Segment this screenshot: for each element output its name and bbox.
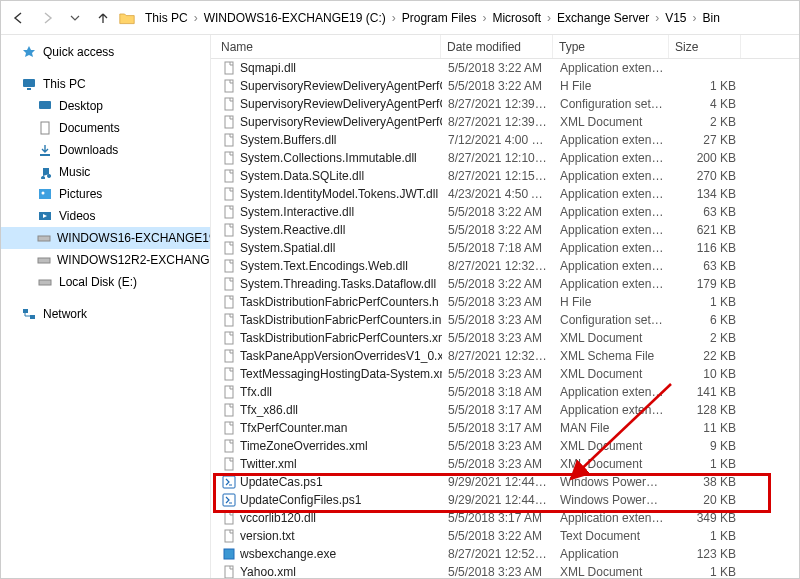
- file-name: System.Interactive.dll: [240, 205, 354, 219]
- file-row[interactable]: UpdateConfigFiles.ps19/29/2021 12:44 PMW…: [211, 491, 799, 509]
- file-name: System.Spatial.dll: [240, 241, 335, 255]
- file-row[interactable]: System.Buffers.dll7/12/2021 4:00 PMAppli…: [211, 131, 799, 149]
- up-button[interactable]: [91, 6, 115, 30]
- crumb-0[interactable]: This PC: [143, 8, 190, 28]
- file-row[interactable]: TfxPerfCounter.man5/5/2018 3:17 AMMAN Fi…: [211, 419, 799, 437]
- column-size[interactable]: Size: [669, 35, 741, 58]
- file-row[interactable]: UpdateCas.ps19/29/2021 12:44 PMWindows P…: [211, 473, 799, 491]
- file-type: XML Document: [554, 115, 670, 129]
- file-row[interactable]: System.Text.Encodings.Web.dll8/27/2021 1…: [211, 257, 799, 275]
- file-row[interactable]: Twitter.xml5/5/2018 3:23 AMXML Document1…: [211, 455, 799, 473]
- file-row[interactable]: TimeZoneOverrides.xml5/5/2018 3:23 AMXML…: [211, 437, 799, 455]
- music-item[interactable]: Music: [1, 161, 210, 183]
- svg-rect-21: [225, 170, 233, 182]
- svg-rect-13: [23, 309, 28, 313]
- file-size: 141 KB: [670, 385, 742, 399]
- file-row[interactable]: wsbexchange.exe8/27/2021 12:52 PMApplica…: [211, 545, 799, 563]
- svg-rect-41: [225, 530, 233, 542]
- file-row[interactable]: System.Collections.Immutable.dll8/27/202…: [211, 149, 799, 167]
- file-type: Application extens...: [554, 385, 670, 399]
- nav-label: Pictures: [59, 187, 102, 201]
- file-row[interactable]: System.Spatial.dll5/5/2018 7:18 AMApplic…: [211, 239, 799, 257]
- svg-rect-6: [39, 189, 51, 199]
- file-row[interactable]: Tfx.dll5/5/2018 3:18 AMApplication exten…: [211, 383, 799, 401]
- file-row[interactable]: Yahoo.xml5/5/2018 3:23 AMXML Document1 K…: [211, 563, 799, 578]
- svg-rect-31: [225, 350, 233, 362]
- file-type: Application extens...: [554, 223, 670, 237]
- file-row[interactable]: TaskDistributionFabricPerfCounters.xml5/…: [211, 329, 799, 347]
- forward-button[interactable]: [35, 6, 59, 30]
- file-date: 8/27/2021 12:52 PM: [442, 547, 554, 561]
- file-icon: [222, 421, 236, 435]
- crumb-5[interactable]: V15: [663, 8, 688, 28]
- svg-rect-43: [225, 566, 233, 578]
- file-row[interactable]: System.IdentityModel.Tokens.JWT.dll4/23/…: [211, 185, 799, 203]
- file-name: System.Data.SQLite.dll: [240, 169, 364, 183]
- downloads-item[interactable]: Downloads: [1, 139, 210, 161]
- file-row[interactable]: TaskDistributionFabricPerfCounters.ini5/…: [211, 311, 799, 329]
- crumb-1[interactable]: WINDOWS16-EXCHANGE19 (C:): [202, 8, 388, 28]
- crumb-4[interactable]: Exchange Server: [555, 8, 651, 28]
- file-row[interactable]: System.Data.SQLite.dll8/27/2021 12:15 PM…: [211, 167, 799, 185]
- file-icon: [222, 79, 236, 93]
- file-row[interactable]: TaskPaneAppVersionOverridesV1_0.xsd8/27/…: [211, 347, 799, 365]
- drive-c-item[interactable]: WINDOWS16-EXCHANGE19 (C:): [1, 227, 210, 249]
- file-row[interactable]: System.Threading.Tasks.Dataflow.dll5/5/2…: [211, 275, 799, 293]
- file-icon: [222, 529, 236, 543]
- file-size: 22 KB: [670, 349, 742, 363]
- drive-e-item[interactable]: Local Disk (E:): [1, 271, 210, 293]
- file-row[interactable]: TextMessagingHostingData-System.xml5/5/2…: [211, 365, 799, 383]
- file-icon: [222, 241, 236, 255]
- file-row[interactable]: SupervisoryReviewDeliveryAgentPerfCou...…: [211, 77, 799, 95]
- desktop-item[interactable]: Desktop: [1, 95, 210, 117]
- file-size: 1 KB: [670, 295, 742, 309]
- file-icon: [222, 133, 236, 147]
- file-row[interactable]: TaskDistributionFabricPerfCounters.h5/5/…: [211, 293, 799, 311]
- column-name[interactable]: Name: [215, 35, 441, 58]
- videos-icon: [37, 208, 53, 224]
- file-size: 20 KB: [670, 493, 742, 507]
- file-row[interactable]: System.Interactive.dll5/5/2018 3:22 AMAp…: [211, 203, 799, 221]
- videos-item[interactable]: Videos: [1, 205, 210, 227]
- file-type: XML Document: [554, 331, 670, 345]
- quick-access-item[interactable]: Quick access: [1, 41, 210, 63]
- back-button[interactable]: [7, 6, 31, 30]
- file-icon: [222, 259, 236, 273]
- nav-label: Downloads: [59, 143, 118, 157]
- documents-icon: [37, 120, 53, 136]
- file-row[interactable]: System.Reactive.dll5/5/2018 3:22 AMAppli…: [211, 221, 799, 239]
- this-pc-item[interactable]: This PC: [1, 73, 210, 95]
- file-name: TfxPerfCounter.man: [240, 421, 347, 435]
- file-size: 123 KB: [670, 547, 742, 561]
- file-row[interactable]: version.txt5/5/2018 3:22 AMText Document…: [211, 527, 799, 545]
- file-name: System.Text.Encodings.Web.dll: [240, 259, 408, 273]
- crumb-3[interactable]: Microsoft: [490, 8, 543, 28]
- file-icon: [222, 565, 236, 578]
- network-item[interactable]: Network: [1, 303, 210, 325]
- file-icon: [222, 151, 236, 165]
- file-type: H File: [554, 295, 670, 309]
- nav-label: Quick access: [43, 45, 114, 59]
- file-row[interactable]: Tfx_x86.dll5/5/2018 3:17 AMApplication e…: [211, 401, 799, 419]
- file-type: Application extens...: [554, 403, 670, 417]
- file-icon: [222, 547, 236, 561]
- column-date[interactable]: Date modified: [441, 35, 553, 58]
- svg-rect-42: [224, 549, 234, 559]
- documents-item[interactable]: Documents: [1, 117, 210, 139]
- file-row[interactable]: vccorlib120.dll5/5/2018 3:17 AMApplicati…: [211, 509, 799, 527]
- file-row[interactable]: SupervisoryReviewDeliveryAgentPerfCou...…: [211, 95, 799, 113]
- network-icon: [21, 306, 37, 322]
- svg-rect-5: [40, 154, 50, 156]
- file-row[interactable]: Sqmapi.dll5/5/2018 3:22 AMApplication ex…: [211, 59, 799, 77]
- crumb-2[interactable]: Program Files: [400, 8, 479, 28]
- nav-label: Documents: [59, 121, 120, 135]
- drive-d-item[interactable]: WINDOWS12R2-EXCHANGE13 (D:): [1, 249, 210, 271]
- crumb-6[interactable]: Bin: [701, 8, 722, 28]
- column-type[interactable]: Type: [553, 35, 669, 58]
- file-name: Tfx.dll: [240, 385, 272, 399]
- file-rows: Sqmapi.dll5/5/2018 3:22 AMApplication ex…: [211, 59, 799, 578]
- pictures-item[interactable]: Pictures: [1, 183, 210, 205]
- file-row[interactable]: SupervisoryReviewDeliveryAgentPerfCou...…: [211, 113, 799, 131]
- file-icon: [222, 205, 236, 219]
- recent-locations-button[interactable]: [63, 6, 87, 30]
